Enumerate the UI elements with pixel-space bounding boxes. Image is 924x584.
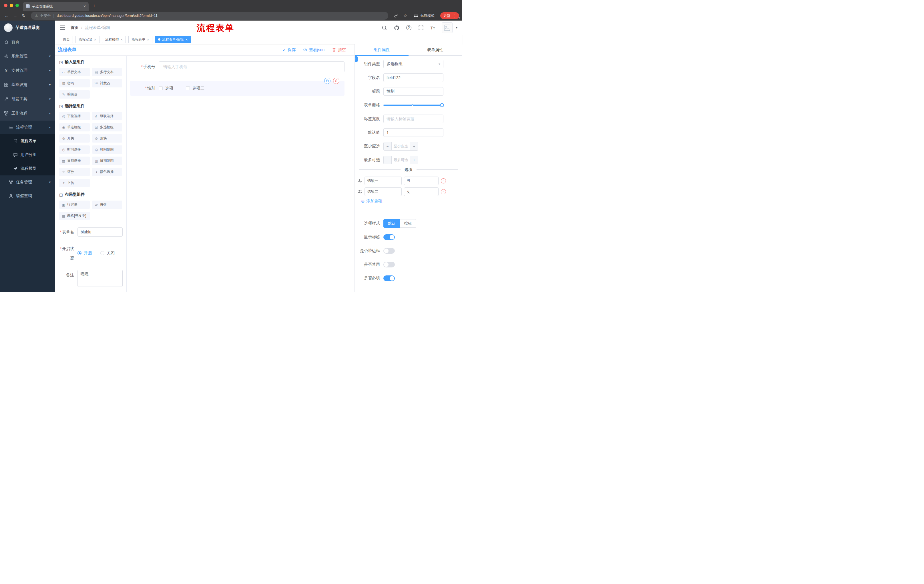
avatar[interactable] bbox=[442, 22, 452, 33]
tag-close-icon[interactable]: × bbox=[147, 38, 149, 42]
palette-item-checkbox-group[interactable]: ☑多选框组 bbox=[92, 123, 123, 132]
label-width-input[interactable] bbox=[383, 115, 444, 123]
add-option-button[interactable]: ⊕ 添加选项 bbox=[361, 198, 462, 204]
palette-item-counter[interactable]: 123计数器 bbox=[92, 79, 123, 87]
style-button-button[interactable]: 按钮 bbox=[400, 219, 416, 228]
option-value-input[interactable] bbox=[404, 176, 439, 185]
chevron-down-icon[interactable]: ▼ bbox=[458, 16, 460, 20]
save-button[interactable]: ✓ 保存 bbox=[283, 48, 296, 53]
breadcrumb-home[interactable]: 首页 bbox=[71, 25, 79, 30]
phone-input[interactable] bbox=[159, 61, 345, 72]
address-bar[interactable]: ⚠ 不安全 | dashboard.yudao.iocoder.cn/bpm/m… bbox=[31, 12, 388, 20]
sidebar-item-process-management[interactable]: 流程管理 ▲ bbox=[0, 120, 55, 134]
decrement-button[interactable]: − bbox=[384, 156, 392, 164]
tag-close-icon[interactable]: × bbox=[94, 38, 96, 42]
option-label-input[interactable] bbox=[365, 176, 402, 185]
window-zoom-button[interactable] bbox=[15, 4, 19, 7]
border-switch[interactable] bbox=[383, 248, 395, 254]
remove-option-button[interactable]: − bbox=[441, 189, 446, 194]
max-select-value[interactable]: 最多可选 bbox=[392, 156, 410, 164]
sidebar-item-task-management[interactable]: 任务管理 ▼ bbox=[0, 175, 55, 189]
drag-handle-icon[interactable] bbox=[358, 189, 362, 194]
option-label-input[interactable] bbox=[365, 188, 402, 196]
tag-process-form-edit[interactable]: 流程表单-编辑 × bbox=[155, 36, 191, 43]
sidebar-item-process-model[interactable]: 流程模型 bbox=[0, 162, 55, 175]
remove-option-button[interactable]: − bbox=[441, 178, 446, 183]
tag-close-icon[interactable]: × bbox=[186, 38, 188, 42]
title-input[interactable] bbox=[383, 87, 444, 96]
form-remark-input[interactable]: 嘿嘿 bbox=[78, 270, 123, 287]
link-button[interactable] bbox=[355, 56, 358, 62]
show-label-switch[interactable] bbox=[383, 234, 395, 240]
sidebar-item-system[interactable]: 系统管理 ▼ bbox=[0, 49, 55, 63]
palette-item-password[interactable]: ⊡密码 bbox=[59, 79, 90, 87]
palette-item-color-picker[interactable]: ◑颜色选择 bbox=[92, 168, 123, 176]
palette-item-editor[interactable]: ✎编辑器 bbox=[59, 90, 90, 99]
form-name-input[interactable] bbox=[78, 227, 123, 237]
slider-handle[interactable] bbox=[440, 103, 444, 107]
delete-field-button[interactable] bbox=[333, 78, 339, 84]
sidebar-toggle-icon[interactable] bbox=[60, 25, 66, 30]
tab-form-props[interactable]: 表单属性 bbox=[409, 44, 462, 56]
back-icon[interactable]: ← bbox=[3, 13, 10, 18]
palette-item-textarea[interactable]: ▤多行文本 bbox=[92, 68, 123, 76]
palette-item-radio-group[interactable]: ◉单选框组 bbox=[59, 123, 90, 132]
tag-process-definition[interactable]: 流程定义 × bbox=[76, 36, 99, 43]
form-canvas[interactable]: *手机号 *性别 bbox=[127, 56, 355, 292]
field-phone[interactable]: *手机号 bbox=[130, 61, 345, 72]
browser-tab[interactable]: 芋道管理系统 × bbox=[23, 2, 89, 11]
tag-process-model[interactable]: 流程模型 × bbox=[102, 36, 126, 43]
palette-item-cascader[interactable]: ⋔级联选择 bbox=[92, 112, 123, 120]
tag-process-form[interactable]: 流程表单 × bbox=[129, 36, 152, 43]
field-name-input[interactable] bbox=[383, 73, 444, 82]
tag-close-icon[interactable]: × bbox=[120, 38, 123, 42]
reload-icon[interactable]: ↻ bbox=[20, 13, 28, 18]
new-tab-button[interactable]: + bbox=[92, 3, 96, 11]
sidebar-item-user-groups[interactable]: 用户分组 bbox=[0, 148, 55, 162]
sidebar-item-leave-query[interactable]: 请假查询 bbox=[0, 189, 55, 203]
style-default-button[interactable]: 默认 bbox=[383, 219, 400, 228]
help-icon[interactable]: ? bbox=[406, 25, 411, 30]
radio-open[interactable]: 开启 bbox=[78, 250, 92, 256]
component-type-select[interactable]: 多选框组 ▼ bbox=[383, 60, 444, 68]
sidebar-item-devtools[interactable]: 研发工具 ▼ bbox=[0, 92, 55, 106]
decrement-button[interactable]: − bbox=[384, 142, 392, 150]
avatar-caret-icon[interactable]: ▼ bbox=[455, 26, 458, 29]
view-json-button[interactable]: 查看json bbox=[303, 48, 325, 53]
palette-item-time-range[interactable]: ◶时间范围 bbox=[92, 145, 123, 154]
increment-button[interactable]: + bbox=[410, 142, 418, 150]
sidebar-item-payment[interactable]: ¥ 支付管理 ▼ bbox=[0, 63, 55, 78]
drag-handle-icon[interactable] bbox=[358, 179, 362, 183]
window-minimize-button[interactable] bbox=[10, 4, 13, 7]
search-icon[interactable] bbox=[382, 25, 387, 31]
clear-button[interactable]: 清空 bbox=[332, 48, 346, 53]
min-select-value[interactable]: 至少应选 bbox=[392, 142, 410, 150]
tab-close-icon[interactable]: × bbox=[84, 4, 86, 8]
palette-item-button[interactable]: ▱按钮 bbox=[92, 201, 123, 209]
font-size-icon[interactable]: TT bbox=[431, 25, 435, 30]
palette-item-rate[interactable]: ☆评分 bbox=[59, 168, 90, 176]
forward-icon[interactable]: → bbox=[12, 13, 19, 18]
tag-home[interactable]: 首页 bbox=[60, 36, 73, 43]
palette-item-switch[interactable]: ⊙开关 bbox=[59, 134, 90, 143]
palette-item-time-picker[interactable]: ◷时间选择 bbox=[59, 145, 90, 154]
disabled-switch[interactable] bbox=[383, 262, 395, 267]
update-button[interactable]: 更新 ⋮ bbox=[440, 12, 459, 19]
palette-item-date-picker[interactable]: ▦日期选择 bbox=[59, 156, 90, 165]
fullscreen-icon[interactable] bbox=[418, 25, 424, 31]
palette-item-row-container[interactable]: ▣行容器 bbox=[59, 201, 90, 209]
checkbox-option-1[interactable]: 选项一 bbox=[159, 86, 177, 91]
palette-item-single-line-text[interactable]: ▭单行文本 bbox=[59, 68, 90, 76]
sidebar-item-workflow[interactable]: 工作流程 ▲ bbox=[0, 106, 55, 120]
copy-field-button[interactable] bbox=[324, 78, 330, 84]
sidebar-item-process-form[interactable]: 流程表单 bbox=[0, 134, 55, 148]
default-value-input[interactable] bbox=[383, 128, 444, 137]
slider-track[interactable] bbox=[383, 105, 444, 106]
window-close-button[interactable] bbox=[4, 4, 7, 7]
password-key-icon[interactable] bbox=[394, 13, 398, 18]
browser-menu-icon[interactable]: ⋮ bbox=[452, 14, 456, 18]
tab-component-props[interactable]: 组件属性 bbox=[355, 44, 409, 56]
bookmark-star-icon[interactable]: ☆ bbox=[403, 13, 407, 18]
sidebar-item-home[interactable]: 首页 bbox=[0, 35, 55, 49]
palette-item-table[interactable]: ▦表格[开发中] bbox=[59, 212, 90, 220]
